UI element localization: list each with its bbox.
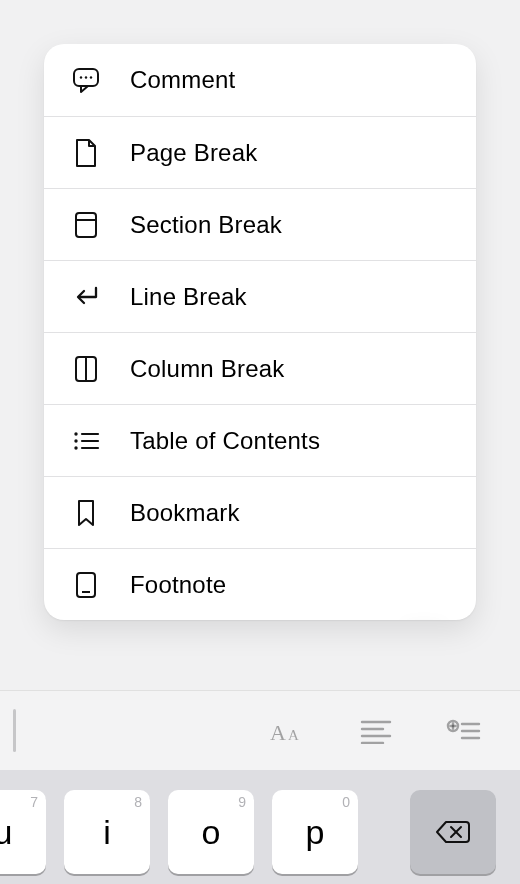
menu-item-label: Bookmark [130, 499, 240, 527]
menu-item-page-break[interactable]: Page Break [44, 116, 476, 188]
svg-point-8 [74, 432, 77, 435]
key-backspace[interactable] [410, 790, 496, 874]
svg-text:A: A [288, 727, 299, 743]
insert-list-button[interactable] [442, 709, 486, 753]
key-main: i [103, 813, 111, 852]
menu-item-label: Comment [130, 66, 235, 94]
footnote-icon [70, 569, 102, 601]
key-main: p [306, 813, 325, 852]
key-hint: 8 [134, 794, 142, 810]
backspace-icon [433, 817, 473, 847]
menu-item-footnote[interactable]: Footnote [44, 548, 476, 620]
menu-item-label: Column Break [130, 355, 284, 383]
key-main: o [202, 813, 221, 852]
key-i[interactable]: 8 i [64, 790, 150, 874]
keyboard-row: 7 u 8 i 9 o 0 p [0, 770, 520, 884]
key-hint: 9 [238, 794, 246, 810]
menu-item-label: Footnote [130, 571, 226, 599]
section-icon [70, 209, 102, 241]
svg-point-3 [90, 76, 92, 78]
bookmark-icon [70, 497, 102, 529]
key-hint: 7 [30, 794, 38, 810]
menu-item-label: Table of Contents [130, 427, 320, 455]
svg-text:A: A [270, 720, 286, 745]
insert-menu-popover: Comment Page Break Section Break Line Br… [44, 44, 476, 620]
menu-item-toc[interactable]: Table of Contents [44, 404, 476, 476]
menu-item-label: Page Break [130, 139, 257, 167]
text-format-button[interactable]: A A [266, 709, 310, 753]
svg-point-1 [80, 76, 82, 78]
menu-item-bookmark[interactable]: Bookmark [44, 476, 476, 548]
menu-item-comment[interactable]: Comment [44, 44, 476, 116]
menu-item-section-break[interactable]: Section Break [44, 188, 476, 260]
text-cursor [13, 709, 16, 752]
return-icon [70, 281, 102, 313]
page-icon [70, 137, 102, 169]
menu-item-line-break[interactable]: Line Break [44, 260, 476, 332]
menu-item-label: Section Break [130, 211, 282, 239]
menu-item-column-break[interactable]: Column Break [44, 332, 476, 404]
svg-point-2 [85, 76, 87, 78]
key-o[interactable]: 9 o [168, 790, 254, 874]
menu-item-label: Line Break [130, 283, 247, 311]
columns-icon [70, 353, 102, 385]
paragraph-align-button[interactable] [354, 709, 398, 753]
key-main: u [0, 813, 12, 852]
list-bullets-icon [70, 425, 102, 457]
svg-point-12 [74, 446, 77, 449]
svg-point-10 [74, 439, 77, 442]
svg-rect-4 [76, 213, 96, 237]
keyboard-accessory-bar: A A [0, 690, 520, 770]
key-p[interactable]: 0 p [272, 790, 358, 874]
comment-icon [70, 64, 102, 96]
key-u[interactable]: 7 u [0, 790, 46, 874]
svg-rect-14 [77, 573, 95, 597]
key-hint: 0 [342, 794, 350, 810]
